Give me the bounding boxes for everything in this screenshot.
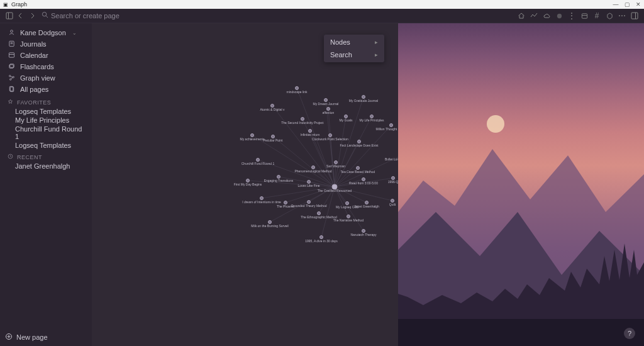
right-panel-toggle-button[interactable] — [629, 10, 640, 21]
sidebar-item-label: Journals — [20, 40, 47, 48]
recent-item[interactable]: Janet Greenhalgh — [5, 162, 87, 170]
svg-line-3 — [46, 16, 48, 18]
sidebar: Kane Dodgson ⌄ Journals Calendar Flash — [0, 23, 92, 346]
graph-node[interactable] — [301, 117, 304, 121]
svg-line-38 — [273, 137, 335, 187]
search-icon — [42, 11, 48, 20]
nav-back-button[interactable] — [15, 10, 26, 21]
pages-icon — [8, 86, 15, 94]
context-menu-nodes[interactable]: Nodes ▸ — [324, 36, 384, 48]
svg-rect-13 — [9, 52, 14, 57]
graph-node[interactable] — [362, 95, 365, 99]
sidebar-item-graph-view[interactable]: Graph view — [5, 72, 87, 84]
graph-context-menu: Nodes ▸ Search ▸ — [324, 35, 384, 62]
hash-icon[interactable]: # — [591, 10, 602, 21]
sidebar-item-calendar[interactable]: Calendar — [5, 50, 87, 61]
svg-line-43 — [258, 160, 335, 187]
sidebar-item-label: All pages — [20, 86, 48, 93]
graph-node[interactable] — [389, 123, 393, 127]
graph-node[interactable] — [307, 200, 311, 204]
overflow-button[interactable]: ⋯ — [616, 10, 628, 21]
graph-node[interactable] — [344, 114, 348, 118]
graph-node[interactable] — [357, 140, 361, 143]
star-icon — [8, 99, 13, 106]
graph-node[interactable] — [356, 166, 360, 170]
help-button[interactable]: ? — [624, 328, 635, 339]
graph-node[interactable] — [256, 158, 260, 162]
graph-node[interactable] — [319, 235, 323, 239]
chevron-right-icon: ▸ — [375, 52, 378, 58]
context-menu-search[interactable]: Search ▸ — [324, 48, 384, 61]
graph-node[interactable] — [347, 215, 350, 218]
plus-circle-icon — [5, 333, 13, 342]
favorite-item[interactable]: My Life Principles — [5, 116, 87, 125]
analytics-icon[interactable] — [528, 10, 540, 21]
plugin-icon[interactable] — [604, 10, 615, 21]
sidebar-item-label: Graph view — [20, 74, 55, 82]
right-panel-artwork: ? — [398, 23, 644, 346]
svg-line-21 — [11, 77, 13, 79]
svg-line-29 — [326, 100, 335, 187]
graph-node[interactable] — [295, 86, 299, 90]
graph-node[interactable] — [362, 177, 365, 181]
window-titlebar: ▣ Graph — ▢ ✕ — [0, 0, 644, 9]
sidebar-toggle-button[interactable] — [4, 10, 15, 21]
workspace-switcher[interactable]: Kane Dodgson ⌄ — [5, 27, 87, 38]
user-icon — [8, 29, 15, 37]
favorite-item[interactable]: Churchill Fund Round 1 — [5, 125, 87, 141]
clock-icon — [8, 153, 13, 160]
favorites-header: FAVORITES — [5, 95, 87, 107]
graph-node[interactable] — [277, 175, 280, 179]
journals-icon — [8, 40, 15, 48]
graph-node[interactable] — [307, 180, 311, 184]
more-menu-button[interactable]: ⋮ — [566, 10, 577, 21]
graph-node[interactable] — [326, 107, 330, 111]
graph-node[interactable] — [370, 114, 374, 118]
graph-node[interactable] — [328, 133, 332, 137]
recent-header: RECENT — [5, 150, 87, 162]
sidebar-item-flashcards[interactable]: Flashcards — [5, 61, 87, 72]
window-maximize-button[interactable]: ▢ — [621, 0, 633, 9]
search-box[interactable]: Search or create page — [42, 11, 516, 20]
cloud-icon[interactable] — [541, 10, 552, 21]
graph-node[interactable] — [311, 165, 315, 169]
graph-node[interactable] — [362, 229, 365, 233]
graph-node[interactable] — [246, 179, 250, 182]
favorite-item[interactable]: Logseq Templates — [5, 107, 87, 116]
window-title: Graph — [11, 1, 27, 8]
graph-node[interactable] — [332, 184, 338, 190]
graph-node[interactable] — [271, 135, 275, 138]
graph-node[interactable] — [391, 199, 394, 203]
window-minimize-button[interactable]: — — [610, 0, 621, 9]
graph-node[interactable] — [260, 196, 264, 200]
new-page-button[interactable]: New page — [0, 328, 92, 346]
graph-node[interactable] — [308, 129, 312, 133]
theme-icon[interactable] — [553, 10, 565, 21]
graph-node[interactable] — [270, 104, 274, 108]
svg-rect-0 — [6, 13, 13, 19]
svg-line-60 — [270, 187, 335, 222]
graph-node[interactable] — [365, 201, 369, 204]
graph-node[interactable] — [324, 98, 328, 102]
graph-node[interactable] — [334, 160, 338, 164]
favorite-item[interactable]: Logseq Templates — [5, 141, 87, 150]
calendar-toolbar-icon[interactable] — [579, 10, 590, 21]
window-close-button[interactable]: ✕ — [633, 0, 644, 9]
graph-node[interactable] — [345, 201, 349, 205]
svg-point-17 — [9, 75, 10, 76]
svg-point-9 — [10, 30, 13, 32]
svg-line-44 — [313, 167, 335, 187]
nav-forward-button[interactable] — [26, 10, 38, 21]
search-placeholder: Search or create page — [51, 12, 119, 20]
sidebar-item-journals[interactable]: Journals — [5, 38, 87, 50]
home-button[interactable] — [516, 10, 527, 21]
graph-node[interactable] — [284, 201, 287, 204]
graph-view-panel[interactable]: mindscape linkMy Dream JournalMy Gratitu… — [92, 23, 398, 346]
sidebar-item-all-pages[interactable]: All pages — [5, 84, 87, 95]
graph-node[interactable] — [317, 211, 321, 215]
svg-line-57 — [335, 187, 392, 201]
flashcards-icon — [8, 63, 15, 71]
graph-node[interactable] — [268, 220, 272, 224]
graph-node[interactable] — [391, 176, 395, 180]
graph-node[interactable] — [250, 133, 254, 137]
